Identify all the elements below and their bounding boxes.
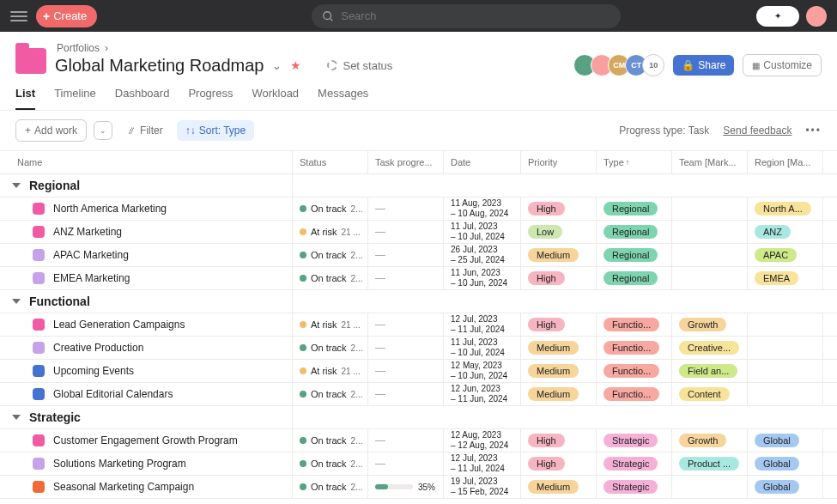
add-work-dropdown[interactable]: ⌄ [94,121,112,140]
type-pill[interactable]: Strategic [603,457,658,471]
tab-timeline[interactable]: Timeline [54,87,96,110]
status-pill[interactable]: At risk21 ... [300,227,361,237]
table-row[interactable]: Lead Generation Campaigns At risk21 ... … [0,313,837,337]
priority-pill[interactable]: High [528,318,565,331]
table-row[interactable]: Global Editorial Calendars On track2... … [0,383,837,406]
status-pill[interactable]: On track2... [300,458,362,469]
status-pill[interactable]: At risk21 ... [300,319,361,330]
table-row[interactable]: Upcoming Events At risk21 ... — 12 May, … [0,360,837,383]
sort-chip[interactable]: ↑↓Sort: Type [177,120,254,141]
priority-pill[interactable]: High [528,202,565,216]
col-team[interactable]: Team [Mark... [671,151,747,173]
type-pill[interactable]: Regional [603,248,658,262]
col-date[interactable]: Date [443,151,520,173]
region-pill[interactable]: Global [755,480,799,494]
table-row[interactable]: North America Marketing On track2... — 1… [0,197,837,221]
more-icon[interactable]: ••• [805,124,822,137]
caret-icon[interactable] [12,299,21,304]
caret-icon[interactable] [12,183,21,188]
region-pill[interactable]: APAC [755,248,797,262]
priority-pill[interactable]: Medium [528,341,579,355]
menu-icon[interactable] [10,8,27,25]
group-row[interactable]: Functional [0,290,837,313]
col-region[interactable]: Region [Ma... [747,151,822,173]
status-pill[interactable]: On track2... [300,203,362,214]
type-pill[interactable]: Strategic [603,480,658,494]
team-pill[interactable]: Content [679,387,730,401]
priority-pill[interactable]: Low [528,225,562,239]
type-pill[interactable]: Strategic [603,434,658,447]
table-row[interactable]: Seasonal Marketing Campaign On track2...… [0,476,837,499]
chevron-down-icon[interactable]: ⌄ [272,59,282,72]
col-type[interactable]: Type ↑ [596,151,671,173]
avatar[interactable] [806,6,827,27]
type-pill[interactable]: Regional [603,202,658,216]
filter-button[interactable]: ⫽Filter [119,120,170,141]
status-pill[interactable]: At risk21 ... [300,366,361,376]
table-row[interactable]: Solutions Marketing Program On track2...… [0,452,837,476]
team-pill[interactable]: Growth [679,434,726,447]
status-pill[interactable]: On track2... [300,482,362,492]
customize-button[interactable]: ▦Customize [743,54,822,76]
set-status-button[interactable]: Set status [327,59,392,72]
avatar-count: 10 [642,54,664,76]
create-button[interactable]: +Create [36,5,97,27]
tab-workload[interactable]: Workload [252,87,299,110]
priority-pill[interactable]: High [528,434,565,447]
table-row[interactable]: Creative Production On track2... — 11 Ju… [0,337,837,360]
team-pill[interactable]: Growth [679,318,726,331]
status-pill[interactable]: On track2... [300,273,362,283]
priority-pill[interactable]: Medium [528,364,579,378]
col-name[interactable]: Name [0,151,292,173]
table-row[interactable]: ANZ Marketing At risk21 ... — 11 Jul, 20… [0,221,837,244]
add-work-button[interactable]: +Add work [15,119,87,142]
region-pill[interactable]: Global [755,434,799,447]
upgrade-pill[interactable]: ✦ [756,6,799,27]
caret-icon[interactable] [12,415,21,420]
table-row[interactable]: Customer Engagement Growth Program On tr… [0,429,837,452]
type-pill[interactable]: Regional [603,225,658,239]
type-pill[interactable]: Functio... [603,387,659,401]
type-pill[interactable]: Functio... [603,341,659,355]
progress-type-label[interactable]: Progress type: Task [619,124,709,137]
search-input[interactable] [341,9,610,22]
priority-pill[interactable]: Medium [528,480,579,494]
table-row[interactable]: APAC Marketing On track2... — 26 Jul, 20… [0,244,837,267]
region-pill[interactable]: ANZ [755,225,791,239]
tab-list[interactable]: List [15,87,35,110]
team-pill[interactable]: Product ... [679,457,739,471]
search-box[interactable] [312,4,621,28]
type-pill[interactable]: Regional [603,271,658,285]
share-button[interactable]: 🔒Share [673,55,734,76]
col-status[interactable]: Status [292,151,367,173]
favorite-star-icon[interactable]: ★ [290,58,301,72]
region-pill[interactable]: Global [755,457,799,471]
tab-progress[interactable]: Progress [188,87,233,110]
team-pill[interactable]: Creative... [679,341,739,355]
send-feedback-link[interactable]: Send feedback [723,124,792,137]
priority-pill[interactable]: High [528,271,565,285]
breadcrumb-link[interactable]: Portfolios [57,42,100,54]
status-count: 21 ... [342,320,361,330]
group-row[interactable]: Regional [0,174,837,197]
table-row[interactable]: EMEA Marketing On track2... — 11 Jun, 20… [0,267,837,290]
status-pill[interactable]: On track2... [300,389,362,399]
status-pill[interactable]: On track2... [300,250,362,260]
priority-pill[interactable]: Medium [528,387,579,401]
type-pill[interactable]: Functio... [603,318,659,331]
status-pill[interactable]: On track2... [300,343,362,353]
region-pill[interactable]: EMEA [755,271,798,285]
status-pill[interactable]: On track2... [300,435,362,446]
tab-dashboard[interactable]: Dashboard [115,87,170,110]
priority-pill[interactable]: Medium [528,248,579,262]
col-progress[interactable]: Task progre... [367,151,443,173]
region-pill[interactable]: North A... [755,202,811,216]
team-pill[interactable]: Field an... [679,364,737,378]
member-avatars[interactable]: CM CT 10 [579,54,664,76]
col-priority[interactable]: Priority [520,151,596,173]
type-pill[interactable]: Functio... [603,364,659,378]
plus-icon: + [43,9,50,23]
tab-messages[interactable]: Messages [318,87,368,110]
priority-pill[interactable]: High [528,457,565,471]
group-row[interactable]: Strategic [0,406,837,429]
